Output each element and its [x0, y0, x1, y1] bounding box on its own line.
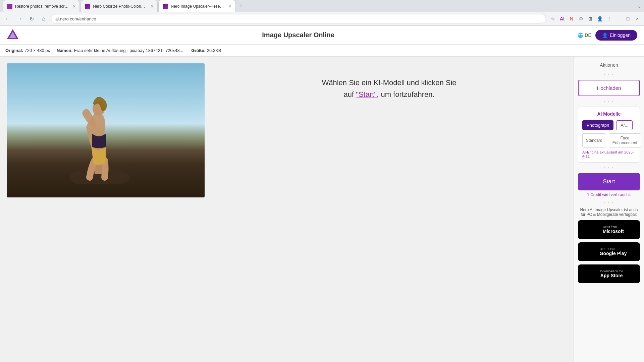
microsoft-icon: ⊞	[594, 225, 600, 234]
person-silhouette	[66, 90, 133, 184]
home-button[interactable]: ⌂	[39, 14, 48, 23]
microsoft-main-text: Microsoft	[603, 229, 624, 234]
back-button[interactable]: ←	[3, 14, 12, 23]
logo-icon	[7, 29, 19, 41]
google-main-text: Google Play	[600, 251, 627, 256]
close-button[interactable]: ×	[633, 15, 641, 23]
user-circle-icon: 👤	[602, 33, 608, 38]
reload-button[interactable]: ↻	[27, 14, 36, 23]
dots-4: • • •	[578, 200, 640, 204]
app-store-text: Download on the App Store	[600, 269, 623, 278]
ai-models-label: AI Modelle	[597, 111, 621, 117]
enhancement-buttons: Standard Face Enhancement	[582, 133, 636, 147]
browser-chrome: Restore photos: remove scratch... × Nero…	[0, 0, 644, 26]
tab-restore[interactable]: Restore photos: remove scratch... ×	[3, 0, 80, 12]
new-tab-button[interactable]: +	[236, 1, 246, 11]
upload-button[interactable]: Hochladen	[578, 80, 640, 96]
tab-label-colorize: Nero Colorize Photo-Colorize Yo...	[93, 4, 147, 9]
actions-label: Aktionen	[600, 62, 618, 68]
app-header: Image Upscaler Online 🌐 DE 👤 Einloggen	[0, 26, 644, 45]
url-text: ai.nero.com/enhance	[55, 16, 96, 21]
extension-icon-2[interactable]: N	[568, 15, 576, 23]
dots-1: • • •	[578, 73, 640, 76]
ai-engine-info: AI-Engine aktualisiert am 2023-4-11	[582, 150, 636, 158]
app-store-badge[interactable]:  Download on the App Store	[578, 264, 640, 283]
instruction-link: "Start"	[356, 90, 377, 99]
page-title: Image Upscaler Online	[19, 31, 578, 39]
info-name: Namen: Frau sehr kleine Auflösung - pixa…	[57, 48, 184, 53]
logo[interactable]	[7, 29, 19, 41]
tab-close-upscaler[interactable]: ×	[228, 4, 231, 9]
extension-icon-4[interactable]: ⊞	[586, 15, 594, 23]
instruction-part1: Wählen Sie ein KI-Modell und klicken Sie	[322, 78, 456, 87]
maximize-button[interactable]: □	[624, 15, 632, 23]
name-label: Namen:	[57, 48, 73, 53]
info-size: Größe: 26.3KB	[191, 48, 221, 53]
standard-button[interactable]: Standard	[582, 133, 606, 147]
google-play-text: GET IT ON Google Play	[600, 247, 627, 256]
extension-icon-3[interactable]: ⚙	[577, 15, 585, 23]
tab-colorize[interactable]: Nero Colorize Photo-Colorize Yo... ×	[80, 0, 158, 12]
apps-section: Nero AI Image Upscaler ist auch für PC &…	[578, 207, 640, 283]
content-area: Wählen Sie ein KI-Modell und klicken Sie…	[0, 57, 574, 362]
info-original: Original: 720 × 480 px	[5, 48, 50, 53]
apple-top-text: Download on the	[600, 269, 623, 273]
tab-expand-button[interactable]: ⌄	[637, 3, 641, 9]
tab-icon-restore	[7, 4, 12, 9]
lang-label: DE	[585, 33, 591, 38]
extension-icon-1[interactable]: AI	[558, 15, 566, 23]
info-bar: Original: 720 × 480 px Namen: Frau sehr …	[0, 45, 644, 57]
apps-description: Nero AI Image Upscaler ist auch für PC &…	[578, 207, 640, 217]
menu-icon[interactable]: ⋮	[605, 15, 613, 23]
model-type-buttons: Photograph Ar...	[582, 120, 636, 130]
instruction-section: Wählen Sie ein KI-Modell und klicken Sie…	[211, 63, 567, 114]
original-value: 720 × 480 px	[24, 48, 50, 53]
size-label: Größe:	[191, 48, 206, 53]
tab-close-colorize[interactable]: ×	[151, 4, 153, 9]
start-section: Start 1 Credit wird verbraucht.	[578, 173, 640, 197]
google-play-icon: ▶	[591, 247, 597, 256]
microsoft-top-text: Get it from	[603, 225, 624, 229]
app: Image Upscaler Online 🌐 DE 👤 Einloggen O…	[0, 26, 644, 362]
credit-info: 1 Credit wird verbraucht.	[578, 192, 640, 197]
tab-bar: Restore photos: remove scratch... × Nero…	[0, 0, 644, 12]
login-button[interactable]: 👤 Einloggen	[595, 30, 637, 41]
language-button[interactable]: 🌐 DE	[578, 33, 591, 38]
tab-icon-colorize	[85, 4, 90, 9]
header-actions: 🌐 DE 👤 Einloggen	[578, 30, 637, 41]
login-label: Einloggen	[610, 33, 631, 38]
globe-icon: 🌐	[578, 33, 583, 38]
ai-models-section: AI Modelle Photograph Ar... Standard Fac…	[578, 107, 640, 163]
original-label: Original:	[5, 48, 23, 53]
browser-actions: ☆ AI N ⚙ ⊞ 👤 ⋮ ─ □ ×	[549, 15, 641, 23]
sidebar-actions-title: Aktionen	[578, 59, 640, 69]
size-value: 26.3KB	[207, 48, 221, 53]
instruction-part2: auf	[343, 90, 356, 99]
photograph-button[interactable]: Photograph	[582, 120, 613, 130]
bookmark-star-icon[interactable]: ☆	[549, 15, 557, 23]
address-input[interactable]: ai.nero.com/enhance	[51, 14, 546, 23]
main-content: Wählen Sie ein KI-Modell und klicken Sie…	[0, 57, 644, 362]
apple-main-text: App Store	[600, 273, 623, 278]
instruction-text: Wählen Sie ein KI-Modell und klicken Sie…	[322, 77, 456, 100]
address-bar: ← → ↻ ⌂ ai.nero.com/enhance ☆ AI N ⚙ ⊞ 👤…	[0, 12, 644, 25]
microsoft-store-text: Get it from Microsoft	[603, 225, 624, 234]
name-value: Frau sehr kleine Auflösung - pixabay 186…	[74, 48, 185, 53]
user-icon[interactable]: 👤	[596, 15, 604, 23]
google-play-badge[interactable]: ▶ GET IT ON Google Play	[578, 242, 640, 261]
apple-icon: 	[595, 269, 598, 278]
sidebar-content: Aktionen • • • Hochladen • • • AI Modell…	[574, 57, 644, 286]
microsoft-store-badge[interactable]: ⊞ Get it from Microsoft	[578, 220, 640, 239]
start-button[interactable]: Start	[578, 173, 640, 190]
image-section	[7, 63, 205, 197]
minimize-button[interactable]: ─	[614, 15, 623, 23]
forward-button[interactable]: →	[15, 14, 24, 23]
tab-upscaler[interactable]: Nero Image Upscaler--Free Phot... ×	[158, 0, 235, 12]
instruction-part3: , um fortzufahren.	[377, 90, 434, 99]
art-button[interactable]: Ar...	[616, 120, 633, 130]
face-enhancement-button[interactable]: Face Enhancement	[609, 133, 641, 147]
dots-3: • • •	[578, 166, 640, 170]
tab-label-restore: Restore photos: remove scratch...	[15, 4, 69, 9]
uploaded-image	[7, 63, 205, 197]
tab-close-restore[interactable]: ×	[73, 4, 75, 9]
